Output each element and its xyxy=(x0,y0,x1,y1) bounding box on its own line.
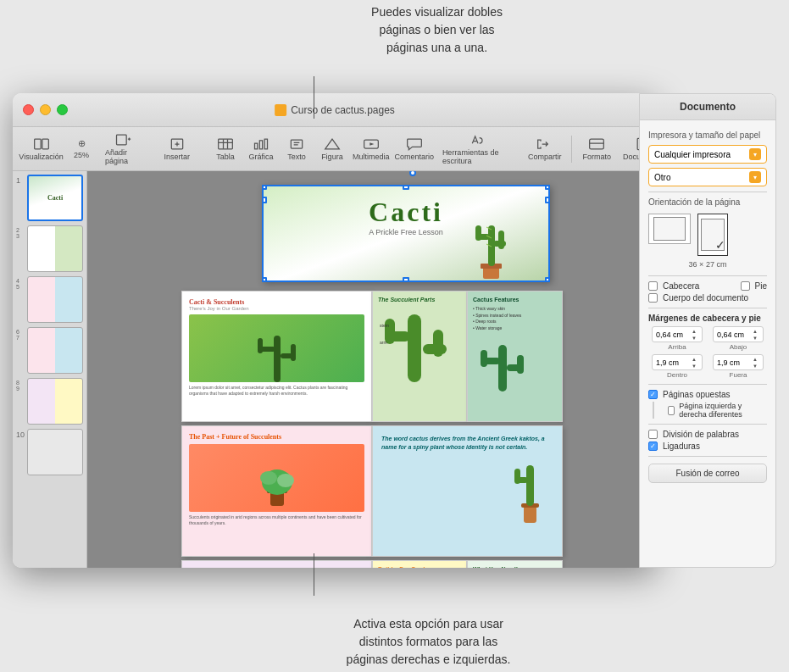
size-dropdown[interactable]: Otro ▾ xyxy=(648,168,767,186)
margin-bottom-down[interactable]: ▼ xyxy=(751,335,759,341)
margin-top-spinners: ▲ ▼ xyxy=(690,328,698,341)
facing-pages-row: ✓ Páginas opuestas xyxy=(648,390,767,399)
close-button[interactable] xyxy=(23,104,34,115)
footer-checkbox[interactable] xyxy=(741,281,750,291)
margin-inside-input[interactable]: 1,9 cm ▲ ▼ xyxy=(652,354,703,370)
header-checkbox[interactable] xyxy=(648,281,658,291)
mail-merge-button[interactable]: Fusión de correo xyxy=(648,464,767,483)
printer-dropdown-arrow[interactable]: ▾ xyxy=(749,148,761,160)
sidebar-page-8-9[interactable]: 89 xyxy=(16,378,83,425)
orientation-portrait[interactable]: ✓ xyxy=(697,214,728,256)
margin-top-down[interactable]: ▼ xyxy=(690,335,698,341)
figure-button[interactable]: Figura xyxy=(315,134,349,164)
toolbar-group-view: Visualización ⊕ 25% Añadir página xyxy=(19,130,145,169)
orientation-landscape[interactable] xyxy=(648,214,691,244)
handle-ml[interactable] xyxy=(262,197,267,203)
svg-rect-60 xyxy=(524,506,536,523)
annotation-line-bottom xyxy=(314,553,314,596)
page-thumbnail-10[interactable] xyxy=(27,429,83,475)
table-button[interactable]: Tabla xyxy=(208,134,242,164)
handle-tc[interactable] xyxy=(403,185,409,190)
printer-dropdown[interactable]: Cualquier impresora ▾ xyxy=(648,145,767,164)
main-area: 1 Cacti 23 45 67 89 xyxy=(13,171,657,568)
handle-br[interactable] xyxy=(545,277,550,282)
panel-body[interactable]: Impresora y tamaño del papel Cualquier i… xyxy=(640,120,775,566)
size-dropdown-arrow[interactable]: ▾ xyxy=(749,171,761,183)
page-thumbnail-6-7[interactable] xyxy=(27,327,83,374)
ligatures-row: ✓ Ligaduras xyxy=(648,442,767,451)
indent-section: Página izquierda y derecha diferentes xyxy=(653,402,767,419)
sidebar-page-4-5[interactable]: 45 xyxy=(16,276,83,323)
zoom-button[interactable]: ⊕ 25% xyxy=(64,135,98,163)
canvas-area[interactable]: Cacti A Prickle Free Lesson xyxy=(87,171,657,568)
page-9[interactable]: What You Need! • Gravel• Sand• Cacti pla… xyxy=(467,560,563,568)
margin-bottom-field: 0,64 cm ▲ ▼ Abajo xyxy=(709,326,767,351)
svg-rect-2 xyxy=(116,135,126,145)
word-division-checkbox[interactable] xyxy=(648,430,658,439)
format-button[interactable]: Formato xyxy=(577,134,616,164)
writing-tools-button[interactable]: Herramientas de escritura xyxy=(437,130,520,169)
cover-page: Cacti A Prickle Free Lesson xyxy=(262,185,550,282)
page-6[interactable]: The word cactus derives from the Ancient… xyxy=(372,425,563,557)
margin-outside-input[interactable]: 1,9 cm ▲ ▼ xyxy=(713,354,764,370)
page-sidebar[interactable]: 1 Cacti 23 45 67 89 xyxy=(13,171,87,568)
margin-bottom-input[interactable]: 0,64 cm ▲ ▼ xyxy=(713,326,764,342)
page-4[interactable]: Cactus Features • Thick waxy skin• Spine… xyxy=(467,291,563,422)
sidebar-page-2-3[interactable]: 23 xyxy=(16,225,83,272)
chart-button[interactable]: Gráfica xyxy=(244,134,278,164)
handle-bc[interactable] xyxy=(403,277,409,282)
handle-mr[interactable] xyxy=(545,197,550,203)
diff-pages-checkbox[interactable] xyxy=(668,406,675,415)
margin-inside-spinners: ▲ ▼ xyxy=(690,356,698,369)
divider-6 xyxy=(648,456,767,457)
printer-size-label: Impresora y tamaño del papel xyxy=(648,131,767,140)
svg-rect-50 xyxy=(498,345,507,392)
page-2[interactable]: Cacti & Succulents There's Joy in Our Ga… xyxy=(181,291,372,422)
body-row: Cuerpo del documento xyxy=(648,293,767,303)
divider-1 xyxy=(648,192,767,192)
fullscreen-button[interactable] xyxy=(57,104,68,115)
share-button[interactable]: Compartir xyxy=(523,134,567,164)
multimedia-button[interactable]: Multimedia xyxy=(351,134,392,164)
handle-tl[interactable] xyxy=(262,185,267,190)
page-2-subheading: There's Joy in Our Garden xyxy=(189,306,364,311)
svg-rect-64 xyxy=(514,469,520,484)
window-title: Curso de cactus.pages xyxy=(275,104,395,116)
sidebar-page-1[interactable]: 1 Cacti xyxy=(16,175,83,221)
page-thumbnail-2-3[interactable] xyxy=(27,225,83,272)
pages-container: Cacti A Prickle Free Lesson xyxy=(181,185,563,568)
cover-page-wrapper[interactable]: Cacti A Prickle Free Lesson xyxy=(262,185,563,282)
annotation-line-top xyxy=(314,76,314,119)
handle-bl[interactable] xyxy=(262,277,267,282)
text-button[interactable]: Texto xyxy=(280,134,314,164)
margin-outside-up[interactable]: ▲ xyxy=(751,356,759,362)
margin-bottom-up[interactable]: ▲ xyxy=(751,328,759,334)
sidebar-page-10[interactable]: 10 xyxy=(16,429,83,475)
body-checkbox[interactable] xyxy=(648,293,658,303)
margin-outside-down[interactable]: ▼ xyxy=(751,363,759,369)
page-8[interactable]: Build a Dry Garden xyxy=(372,560,467,568)
page-3[interactable]: The Succulent Parts stem arm xyxy=(372,291,467,422)
sidebar-page-6-7[interactable]: 67 xyxy=(16,327,83,374)
rotation-handle[interactable] xyxy=(409,171,416,176)
page-thumbnail-4-5[interactable] xyxy=(27,276,83,323)
page-thumbnail-8-9[interactable] xyxy=(27,378,83,425)
document-panel: Documento Impresora y tamaño del papel C… xyxy=(639,93,776,568)
comment-button[interactable]: Comentario xyxy=(393,134,436,164)
header-row: Cabecera Pie xyxy=(648,281,767,291)
margin-inside-down[interactable]: ▼ xyxy=(690,363,698,369)
facing-pages-checkbox[interactable]: ✓ xyxy=(648,390,658,399)
insert-button[interactable]: Insertar xyxy=(158,134,195,164)
handle-tr[interactable] xyxy=(545,185,550,190)
add-page-button[interactable]: Añadir página xyxy=(100,130,145,169)
margin-top-up[interactable]: ▲ xyxy=(690,328,698,334)
page-5[interactable]: The Past + Future of Succulents xyxy=(181,425,372,557)
ligatures-checkbox[interactable]: ✓ xyxy=(648,442,658,451)
margin-top-input[interactable]: 0,64 cm ▲ ▼ xyxy=(652,326,703,342)
margin-inside-up[interactable]: ▲ xyxy=(690,356,698,362)
page-7[interactable]: The Benefits of Plants xyxy=(181,560,372,568)
page-thumbnail-1[interactable]: Cacti xyxy=(27,175,83,221)
minimize-button[interactable] xyxy=(40,104,51,115)
visualization-button[interactable]: Visualización xyxy=(19,134,63,164)
svg-rect-22 xyxy=(590,139,604,149)
